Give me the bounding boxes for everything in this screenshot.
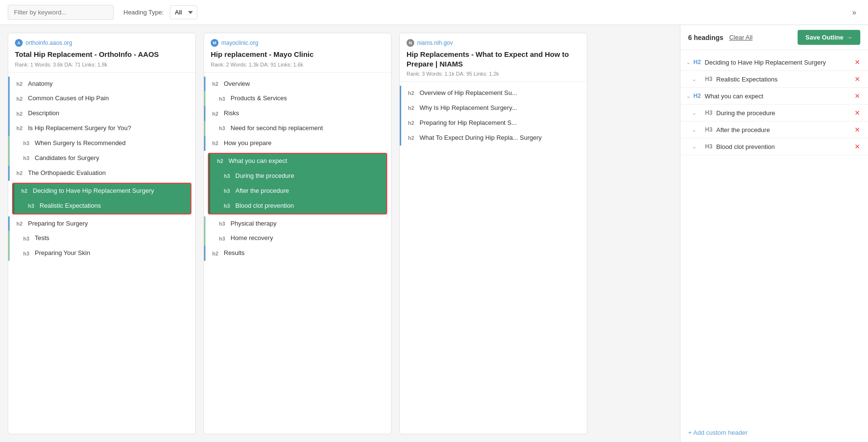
expand-button[interactable]: » <box>848 6 860 19</box>
outline-remove-icon[interactable]: ✕ <box>853 108 862 117</box>
heading-item[interactable]: h2Common Causes of Hip Pain <box>8 91 195 106</box>
heading-text: Tests <box>35 234 49 242</box>
heading-item[interactable]: h2The Orthopaedic Evaluation <box>8 166 195 181</box>
card-header: N niams.nih.gov Hip Replacements - What … <box>400 33 587 82</box>
outline-chevron-icon[interactable]: ⌄ <box>692 144 696 150</box>
outline-heading-tag: H2 <box>693 59 701 66</box>
heading-item[interactable]: h2Overview <box>204 77 391 92</box>
outline-item: ⌄ H2 What you can expect ✕ <box>680 88 868 105</box>
heading-item[interactable]: h3Preparing Your Skin <box>8 246 195 261</box>
heading-text: Home recovery <box>231 234 273 242</box>
heading-item[interactable]: h2Preparing for Hip Replacement S... <box>400 116 587 131</box>
outline-heading-text: Blood clot prevention <box>716 143 853 150</box>
card-site: A orthoinfo.aaos.org <box>15 39 189 47</box>
heading-item[interactable]: h2Overview of Hip Replacement Su... <box>400 86 587 101</box>
heading-item[interactable]: h3Tests <box>8 231 195 246</box>
heading-tag: h2 <box>212 140 221 147</box>
heading-text: What To Expect During Hip Repla... Surge… <box>420 134 542 142</box>
heading-tag: h2 <box>212 80 221 87</box>
site-icon: N <box>407 39 414 47</box>
save-outline-button[interactable]: Save Outline → <box>798 30 860 45</box>
heading-item[interactable]: h2What To Expect During Hip Repla... Sur… <box>400 131 587 146</box>
heading-tag: h3 <box>224 202 232 209</box>
heading-item[interactable]: h2Description <box>8 106 195 121</box>
heading-tag: h2 <box>408 134 417 141</box>
outline-chevron-icon[interactable]: ⌄ <box>686 93 691 99</box>
outline-remove-icon[interactable]: ✕ <box>853 58 862 67</box>
heading-item[interactable]: h3Blood clot prevention <box>209 199 386 214</box>
heading-text: Physical therapy <box>231 220 276 228</box>
card-body: h2Anatomyh2Common Causes of Hip Painh2De… <box>8 73 195 434</box>
heading-tag: h2 <box>16 125 25 132</box>
site-url[interactable]: orthoinfo.aaos.org <box>26 40 72 46</box>
heading-tag: h2 <box>16 220 25 227</box>
search-input[interactable] <box>8 5 114 20</box>
site-url[interactable]: niams.nih.gov <box>417 40 453 46</box>
heading-item[interactable]: h2How you prepare <box>204 136 391 151</box>
heading-tag: h3 <box>224 188 232 194</box>
card-3: N niams.nih.gov Hip Replacements - What … <box>399 33 587 434</box>
heading-item[interactable]: h2Results <box>204 246 391 261</box>
heading-tag: h2 <box>16 95 25 102</box>
heading-item[interactable]: h3Physical therapy <box>204 216 391 231</box>
top-bar: Heading Type: All H2 H3 H4 » <box>0 0 868 25</box>
heading-item[interactable]: h2Deciding to Have Hip Replacement Surge… <box>13 184 190 199</box>
heading-item[interactable]: h3During the procedure <box>209 169 386 184</box>
heading-tag: h2 <box>212 250 221 257</box>
outline-item: ⌄ H2 Deciding to Have Hip Replacement Su… <box>680 54 868 71</box>
card-body: h2Overviewh3Products & Servicesh2Risksh3… <box>204 73 391 434</box>
heading-item[interactable]: h3When Surgery Is Recommended <box>8 136 195 151</box>
heading-item[interactable]: h3Candidates for Surgery <box>8 151 195 166</box>
outline-heading-tag: H2 <box>693 93 701 99</box>
outline-chevron-icon[interactable]: ⌄ <box>692 127 696 133</box>
heading-item[interactable]: h3Need for second hip replacement <box>204 121 391 136</box>
right-panel-header: 6 headings Clear All Save Outline → <box>680 25 868 50</box>
heading-item[interactable]: h2Preparing for Surgery <box>8 216 195 231</box>
outline-item: ⌄ H3 Blood clot prevention ✕ <box>680 138 868 155</box>
outline-remove-icon[interactable]: ✕ <box>853 125 862 134</box>
outline-remove-icon[interactable]: ✕ <box>853 142 862 151</box>
heading-item[interactable]: h2Is Hip Replacement Surgery for You? <box>8 121 195 136</box>
heading-tag: h3 <box>23 155 32 161</box>
headings-count: 6 headings <box>688 34 723 41</box>
heading-text: Results <box>224 249 244 257</box>
outline-chevron-icon[interactable]: ⌄ <box>692 76 696 82</box>
outline-heading-tag: H3 <box>699 76 712 82</box>
heading-item[interactable]: h2What you can expect <box>209 154 386 169</box>
heading-tag: h3 <box>28 202 37 209</box>
heading-tag: h2 <box>16 110 25 117</box>
outline-item: ⌄ H3 During the procedure ✕ <box>680 105 868 121</box>
card-meta: Rank: 2 Words: 1.3k DA: 91 Links: 1.6k <box>211 62 384 67</box>
outline-remove-icon[interactable]: ✕ <box>853 75 862 83</box>
heading-text: Common Causes of Hip Pain <box>28 94 109 103</box>
card-header: M mayoclinic.org Hip replacement - Mayo … <box>204 33 391 73</box>
outline-heading-text: After the procedure <box>716 126 853 134</box>
heading-text: Products & Services <box>231 94 287 103</box>
outline-chevron-icon[interactable]: ⌄ <box>686 59 691 66</box>
clear-all-button[interactable]: Clear All <box>729 34 752 41</box>
heading-tag: h3 <box>219 235 228 242</box>
card-title: Hip replacement - Mayo Clinic <box>211 50 384 59</box>
heading-item[interactable]: h2Anatomy <box>8 77 195 92</box>
cards-area: A orthoinfo.aaos.org Total Hip Replaceme… <box>0 25 680 442</box>
heading-text: Preparing for Surgery <box>28 220 88 228</box>
heading-text: Need for second hip replacement <box>231 124 323 133</box>
heading-item[interactable]: h3Realistic Expectations <box>13 199 190 214</box>
outline-chevron-icon[interactable]: ⌄ <box>692 110 696 116</box>
heading-item[interactable]: h2Risks <box>204 106 391 121</box>
outline-remove-icon[interactable]: ✕ <box>853 92 862 100</box>
outline-heading-text: Deciding to Have Hip Replacement Surgery <box>705 59 853 66</box>
heading-item[interactable]: h3Products & Services <box>204 91 391 106</box>
heading-item[interactable]: h3Home recovery <box>204 231 391 246</box>
outline-heading-tag: H3 <box>699 143 712 150</box>
heading-type-select[interactable]: All H2 H3 H4 <box>170 5 197 19</box>
site-url[interactable]: mayoclinic.org <box>221 40 258 46</box>
add-custom-header-button[interactable]: + Add custom header <box>680 423 868 442</box>
heading-tag: h3 <box>23 140 32 147</box>
main-layout: A orthoinfo.aaos.org Total Hip Replaceme… <box>0 25 868 442</box>
selected-group: h2What you can expecth3During the proced… <box>208 153 387 214</box>
heading-item[interactable]: h3After the procedure <box>209 184 386 199</box>
heading-item[interactable]: h2Why Is Hip Replacement Surgery... <box>400 101 587 116</box>
heading-text: Overview of Hip Replacement Su... <box>420 89 517 97</box>
site-icon: M <box>211 39 218 47</box>
